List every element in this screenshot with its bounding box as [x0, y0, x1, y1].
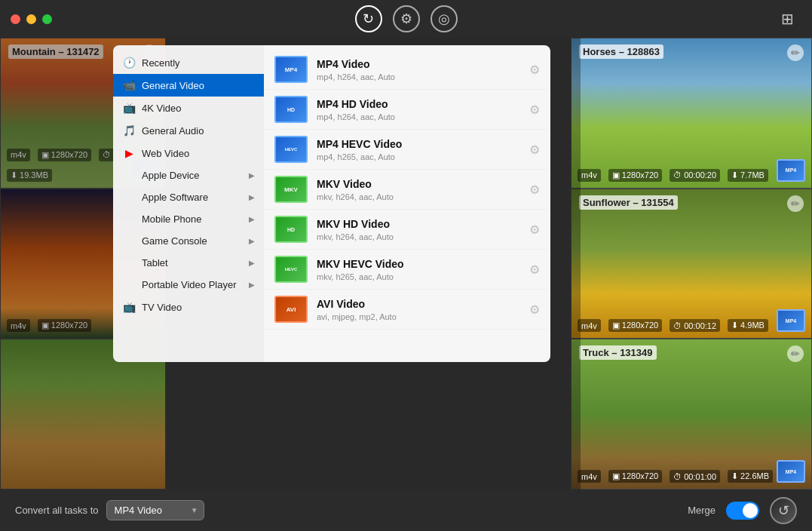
game-console-arrow: ▶ [249, 237, 255, 245]
titlebar: ↻ ⚙ ◎ ⊞ [0, 0, 812, 38]
format-item-avi[interactable]: AVI AVI Video avi, mjpeg, mp2, Auto ⚙ [264, 290, 550, 330]
format-item-mkvhevc[interactable]: HEVC MKV HEVC Video mkv, h265, aac, Auto… [264, 250, 550, 290]
resolution-horses: ▣ 1280x720 [608, 169, 662, 182]
video-meta-sunflower: m4v ▣ 1280x720 ⏱ 00:00:12 ⬇ 4.9MB [578, 319, 768, 332]
format-name-avi: AVI Video [317, 298, 520, 310]
category-game-console[interactable]: Game Console ▶ [113, 230, 264, 252]
minimize-button[interactable] [26, 14, 36, 24]
format-sunflower: m4v [578, 319, 601, 332]
media-tab-icon[interactable]: ◎ [431, 5, 458, 32]
titlebar-nav: ↻ ⚙ ◎ [355, 5, 458, 32]
settings-tab-icon[interactable]: ⚙ [393, 5, 420, 32]
category-general-video[interactable]: 📹 General Video [113, 74, 264, 97]
category-general-video-label: General Video [142, 80, 204, 91]
screen-icon[interactable]: ⊞ [774, 8, 800, 29]
video-card-truck[interactable]: Truck – 131349 ✏ m4v ▣ 1280x720 ⏱ 00:01:… [571, 339, 812, 490]
format-name-hevc: MP4 HEVC Video [317, 138, 520, 150]
convert-select[interactable]: MP4 Video MP4 HD Video MKV Video AVI Vid… [106, 500, 204, 520]
category-portable-video-label: Portable Video Player [142, 279, 237, 290]
tablet-arrow: ▶ [249, 259, 255, 267]
category-apple-software[interactable]: Apple Software ▶ [113, 186, 264, 208]
apple-software-arrow: ▶ [249, 193, 255, 201]
recently-icon: 🕐 [122, 57, 136, 69]
category-tablet[interactable]: Tablet ▶ [113, 252, 264, 274]
edit-icon-horses[interactable]: ✏ [787, 45, 804, 61]
convert-select-wrapper: MP4 Video MP4 HD Video MKV Video AVI Vid… [106, 500, 204, 520]
format-gear-avi[interactable]: ⚙ [529, 302, 540, 317]
format-name-mp4hd: MP4 HD Video [317, 98, 520, 110]
category-recently-label: Recently [142, 57, 180, 69]
format-item-hevc[interactable]: HEVC MP4 HEVC Video mp4, h265, aac, Auto… [264, 130, 550, 170]
format-icon-mkvhevc: HEVC [274, 256, 308, 283]
mobile-phone-arrow: ▶ [249, 215, 255, 223]
bottom-right: Merge ↺ [688, 497, 797, 524]
edit-icon-sunflower[interactable]: ✏ [787, 195, 804, 212]
format-gear-hevc[interactable]: ⚙ [529, 143, 540, 157]
format-gear-mkvhevc[interactable]: ⚙ [529, 262, 540, 277]
format-icon-hevc: HEVC [274, 136, 308, 163]
dropdown-panel: 🕐 Recently 📹 General Video 📺 4K Video 🎵 … [113, 45, 550, 362]
format-text-mp4hd: MP4 HD Video mp4, h264, aac, Auto [317, 98, 520, 121]
category-general-audio-label: General Audio [142, 125, 204, 137]
video-card-sunflower[interactable]: Sunflower – 131554 ✏ m4v ▣ 1280x720 ⏱ 00… [571, 189, 812, 339]
format-icon-mp4hd: HD [274, 96, 308, 123]
titlebar-right-area: ⊞ [774, 8, 800, 29]
format-item-mp4hd[interactable]: HD MP4 HD Video mp4, h264, aac, Auto ⚙ [264, 90, 550, 130]
bottom-left: Convert all tasks to MP4 Video MP4 HD Vi… [15, 500, 204, 520]
format-icon-mkvhd: HD [274, 216, 308, 243]
convert-tab-icon[interactable]: ↻ [355, 5, 382, 32]
resolution-truck: ▣ 1280x720 [608, 470, 662, 483]
category-4k-video[interactable]: 📺 4K Video [113, 97, 264, 119]
format-item-mkv[interactable]: MKV MKV Video mkv, h264, aac, Auto ⚙ [264, 170, 550, 210]
video-title-horses: Horses – 128863 [579, 45, 663, 59]
category-web-video[interactable]: ▶ Web Video [113, 142, 264, 164]
apple-device-arrow: ▶ [249, 171, 255, 180]
category-mobile-phone[interactable]: Mobile Phone ▶ [113, 208, 264, 230]
category-general-audio[interactable]: 🎵 General Audio [113, 119, 264, 142]
format-gear-mkvhd[interactable]: ⚙ [529, 223, 540, 237]
format-gear-mkv[interactable]: ⚙ [529, 183, 540, 197]
format-icon-avi: AVI [274, 296, 308, 323]
duration-sunflower: ⏱ 00:00:12 [670, 319, 720, 332]
category-tablet-label: Tablet [142, 257, 168, 269]
video-title-sunflower: Sunflower – 131554 [579, 195, 678, 210]
category-apple-device-label: Apple Device [142, 170, 200, 181]
video-card-header-truck: Truck – 131349 ✏ [571, 339, 811, 365]
web-video-icon: ▶ [122, 147, 136, 159]
format-truck: m4v [578, 470, 601, 483]
bottom-bar: Convert all tasks to MP4 Video MP4 HD Vi… [0, 490, 812, 531]
format-text-avi: AVI Video avi, mjpeg, mp2, Auto [317, 298, 520, 321]
close-button[interactable] [11, 14, 20, 24]
video-card-horses[interactable]: Horses – 128863 ✏ m4v ▣ 1280x720 ⏱ 00:00… [571, 38, 812, 189]
merge-label: Merge [688, 505, 715, 516]
video-card-header-sunflower: Sunflower – 131554 ✏ [571, 189, 811, 215]
category-4k-label: 4K Video [142, 103, 182, 114]
general-audio-icon: 🎵 [122, 124, 136, 137]
format-icon-mp4: MP4 [274, 56, 308, 83]
category-web-video-label: Web Video [142, 148, 189, 159]
resolution-sunflower: ▣ 1280x720 [608, 319, 662, 332]
format-list: MP4 MP4 Video mp4, h264, aac, Auto ⚙ HD … [264, 45, 550, 362]
fullscreen-button[interactable] [42, 14, 52, 24]
format-tags-mp4hd: mp4, h264, aac, Auto [317, 112, 520, 121]
mp4-badge-truck: MP4 [777, 460, 805, 483]
format-tags-mkvhevc: mkv, h265, aac, Auto [317, 272, 520, 281]
format-gear-mp4hd[interactable]: ⚙ [529, 103, 540, 117]
video-meta-horses: m4v ▣ 1280x720 ⏱ 00:00:20 ⬇ 7.7MB [578, 169, 768, 182]
duration-horses: ⏱ 00:00:20 [670, 169, 720, 182]
category-apple-device[interactable]: Apple Device ▶ [113, 164, 264, 186]
format-item-mp4[interactable]: MP4 MP4 Video mp4, h264, aac, Auto ⚙ [264, 50, 550, 90]
format-item-mkvhd[interactable]: HD MKV HD Video mkv, h264, aac, Auto ⚙ [264, 210, 550, 250]
category-game-console-label: Game Console [142, 235, 207, 247]
size-truck: ⬇ 22.6MB [728, 470, 773, 483]
edit-icon-truck[interactable]: ✏ [787, 345, 804, 362]
format-gear-mp4[interactable]: ⚙ [529, 63, 540, 77]
category-portable-video[interactable]: Portable Video Player ▶ [113, 274, 264, 296]
merge-toggle[interactable] [726, 502, 759, 520]
start-convert-button[interactable]: ↺ [770, 497, 797, 524]
category-tv-video-label: TV Video [142, 302, 182, 313]
format-horses: m4v [578, 169, 601, 182]
category-recently[interactable]: 🕐 Recently [113, 51, 264, 74]
category-tv-video[interactable]: 📺 TV Video [113, 296, 264, 318]
size-horses: ⬇ 7.7MB [728, 169, 768, 182]
